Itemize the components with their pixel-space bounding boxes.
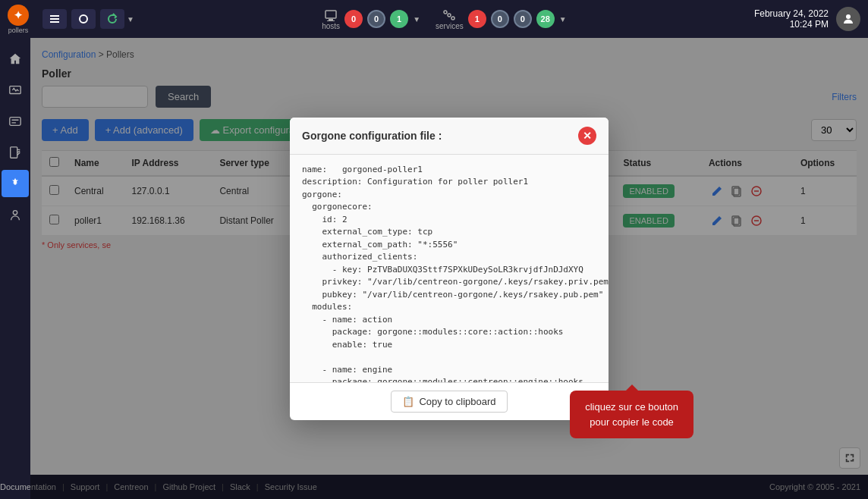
nav-center-section: hosts 0 0 1 ▼ services 1 0 0 28 ▼ <box>134 8 754 30</box>
modal-dialog: Gorgone configuration file : ✕ name: gor… <box>290 118 609 420</box>
nav-right-section: February 24, 2022 10:24 PM <box>754 7 860 31</box>
svg-point-7 <box>444 11 447 14</box>
circle-icon <box>77 13 90 25</box>
svg-point-9 <box>451 17 454 20</box>
nav-chevron-icon[interactable]: ▼ <box>127 15 134 24</box>
copy-to-clipboard-button[interactable]: 📋 Copy to clipboard <box>391 391 507 413</box>
svg-rect-13 <box>11 147 17 158</box>
sidebar-item-admin[interactable] <box>2 201 29 228</box>
hosts-badge-1: 0 <box>367 10 385 28</box>
hosts-badge-2: 1 <box>390 10 408 28</box>
services-label: services <box>436 8 464 30</box>
svg-point-10 <box>846 14 851 19</box>
configuration-icon <box>8 177 22 190</box>
sidebar-item-reports[interactable] <box>2 139 29 166</box>
admin-icon <box>8 208 22 221</box>
sidebar-item-home[interactable] <box>2 46 29 73</box>
modal-title: Gorgone configuration file : <box>302 130 442 142</box>
copy-icon: 📋 <box>402 396 414 407</box>
sidebar <box>0 38 30 499</box>
svg-rect-0 <box>50 15 59 17</box>
sidebar-item-monitoring[interactable] <box>2 77 29 104</box>
hosts-icon <box>324 8 338 22</box>
datetime-display: February 24, 2022 10:24 PM <box>754 8 829 30</box>
modal-overlay[interactable]: Gorgone configuration file : ✕ name: gor… <box>30 38 868 499</box>
home-icon <box>8 52 22 66</box>
top-navigation: ✦ pollers ▼ hosts 0 0 <box>0 0 868 38</box>
nav-list-button[interactable] <box>42 9 67 29</box>
svg-point-8 <box>448 14 451 17</box>
svg-point-15 <box>13 211 17 215</box>
main-layout: Configuration > Pollers Poller Search Fi… <box>0 38 868 499</box>
app-name: pollers <box>8 27 29 34</box>
hosts-section: hosts 0 0 1 ▼ <box>322 8 420 30</box>
monitoring-icon <box>8 83 22 97</box>
messages-icon <box>8 115 22 128</box>
user-avatar[interactable] <box>836 7 860 31</box>
modal-body: name: gorgoned-poller1 description: Conf… <box>290 155 609 382</box>
modal-header: Gorgone configuration file : ✕ <box>290 118 609 155</box>
services-badge-0: 1 <box>468 10 486 28</box>
modal-footer: 📋 Copy to clipboard <box>290 382 609 420</box>
modal-close-button[interactable]: ✕ <box>578 127 596 145</box>
sidebar-item-messages[interactable] <box>2 108 29 135</box>
nav-circle-button[interactable] <box>71 9 96 29</box>
sidebar-item-configuration[interactable] <box>2 170 29 197</box>
nav-refresh-button[interactable] <box>100 9 124 29</box>
services-badge-2: 0 <box>514 10 532 28</box>
services-section: services 1 0 0 28 ▼ <box>436 8 567 30</box>
refresh-icon <box>106 13 118 25</box>
logo-icon: ✦ <box>8 5 29 26</box>
services-chevron-icon[interactable]: ▼ <box>559 15 567 24</box>
app-logo[interactable]: ✦ pollers <box>8 5 29 34</box>
svg-rect-1 <box>50 18 59 20</box>
svg-rect-6 <box>327 20 335 21</box>
svg-point-3 <box>80 15 87 23</box>
hosts-badge-0: 0 <box>344 10 363 28</box>
hosts-label: hosts <box>322 8 340 30</box>
svg-rect-5 <box>329 19 333 20</box>
callout-tooltip: cliquez sur ce bouton pour copier le cod… <box>570 391 693 438</box>
svg-rect-2 <box>50 21 59 23</box>
svg-rect-4 <box>326 11 336 18</box>
svg-rect-12 <box>10 118 20 126</box>
services-badge-3: 28 <box>536 10 555 28</box>
services-badge-1: 0 <box>491 10 509 28</box>
avatar-icon <box>841 12 855 26</box>
callout-line1: cliquez sur ce bouton <box>585 401 678 413</box>
copy-button-label: Copy to clipboard <box>419 396 495 407</box>
callout-line2: pour copier le code <box>590 416 674 428</box>
main-content: Configuration > Pollers Poller Search Fi… <box>30 38 868 499</box>
list-icon <box>49 13 61 25</box>
reports-icon <box>8 146 22 159</box>
services-icon <box>442 8 456 22</box>
hosts-chevron-icon[interactable]: ▼ <box>413 15 420 24</box>
